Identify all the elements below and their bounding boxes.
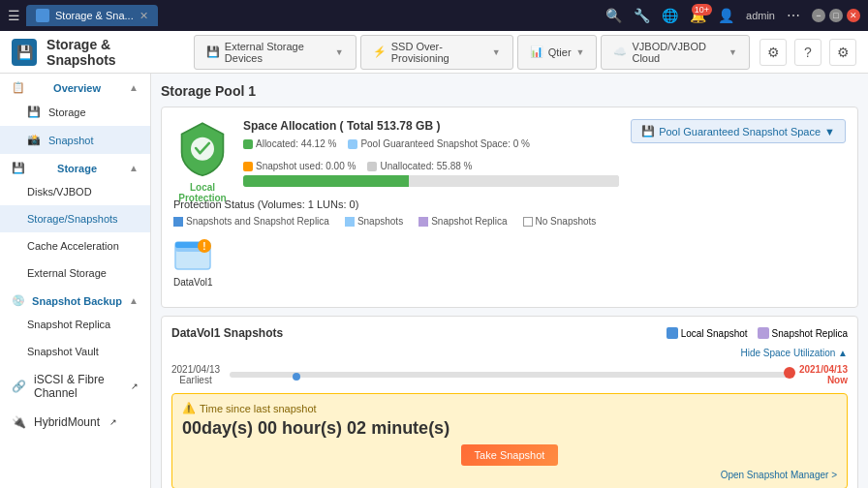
network-button[interactable]: 🌐 — [662, 8, 678, 23]
title-bar-left: ☰ Storage & Sna... ✕ — [8, 5, 158, 26]
timeline-left-date: 2021/04/13 — [171, 364, 220, 375]
storage-sub-icon: 💾 — [27, 106, 41, 118]
notification-badge: 10+ — [692, 4, 712, 15]
search-button[interactable]: 🔍 — [605, 8, 622, 23]
admin-menu[interactable]: admin — [746, 10, 775, 21]
take-snapshot-button[interactable]: Take Snapshot — [461, 444, 559, 466]
ssd-icon: ⚡ — [373, 46, 387, 58]
close-button[interactable]: ✕ — [847, 9, 860, 22]
legend-unallocated: Unallocated: 55.88 % — [367, 161, 472, 171]
snapshot-sub-label: Snapshot — [48, 135, 93, 146]
svg-text:!: ! — [203, 241, 206, 252]
app-tab[interactable]: Storage & Sna... ✕ — [26, 5, 158, 26]
more-menu-button[interactable]: ⋯ — [787, 8, 800, 23]
snapshot-replica-legend-label: Snapshot Replica — [772, 328, 848, 339]
snapshot-replica-label: Snapshot Replica — [27, 319, 110, 330]
storage-section-label: Storage — [57, 163, 97, 174]
timeline-right-date: 2021/04/13 — [799, 364, 848, 375]
open-manager-text: Open Snapshot Manager > — [721, 470, 837, 480]
tooltip-box: ⚠️ Time since last snapshot 00day(s) 00 … — [171, 393, 848, 488]
sidebar-item-cache[interactable]: Cache Acceleration — [0, 232, 150, 259]
legend-row: Allocated: 44.12 % Pool Guaranteed Snaps… — [243, 138, 619, 171]
minimize-button[interactable]: − — [812, 9, 825, 22]
sidebar-item-hybridmount[interactable]: 🔌 HybridMount ↗ — [0, 408, 150, 437]
external-storage-tab[interactable]: 💾 External Storage Devices ▼ — [194, 35, 356, 70]
qtier-tab[interactable]: 📊 Qtier ▼ — [517, 35, 598, 70]
sidebar-item-disks[interactable]: Disks/VJBOD — [0, 178, 150, 205]
warning-icon: ⚠️ — [182, 402, 196, 414]
sidebar-item-snapshot-sub[interactable]: 📸 Snapshot — [0, 126, 150, 154]
timeline: 2021/04/13 Earliest 2021/04/13 Now — [171, 364, 848, 385]
window-controls: − □ ✕ — [812, 9, 860, 22]
pool-guaranteed-btn[interactable]: 💾 Pool Guaranteed Snapshot Space ▼ — [631, 119, 846, 143]
overview-collapse-arrow: ▲ — [129, 82, 139, 93]
sidebar-item-storage-snapshots[interactable]: Storage/Snapshots — [0, 205, 150, 232]
sidebar-section-overview[interactable]: 📋 Overview ▲ — [0, 74, 150, 98]
snapshot-used-dot — [243, 162, 253, 171]
vjbod-label: VJBOD/VJBOD Cloud — [632, 41, 724, 64]
hamburger-button[interactable]: ☰ — [8, 8, 20, 23]
vol-item-datavol1[interactable]: ! DataVol1 — [173, 234, 213, 288]
settings2-button[interactable]: ⚙ — [760, 39, 787, 66]
pool-header: Local Protection Space Allocation ( Tota… — [173, 119, 846, 191]
volume-legend: Snapshots and Snapshot Replica Snapshots… — [173, 216, 846, 227]
vjbod-tab[interactable]: ☁️ VJBOD/VJBOD Cloud ▼ — [601, 35, 750, 70]
space-info: Space Allocation ( Total 513.78 GB ) All… — [243, 119, 619, 191]
header-tabs: 💾 External Storage Devices ▼ ⚡ SSD Over-… — [194, 35, 750, 70]
open-snapshot-manager-link[interactable]: Open Snapshot Manager > — [182, 470, 837, 480]
user-icon[interactable]: 👤 — [718, 8, 734, 23]
unallocated-dot — [367, 162, 377, 171]
external-storage-arrow: ▼ — [335, 47, 344, 57]
snapshot-replica-dot — [758, 327, 769, 339]
vol-none-label: No Snapshots — [536, 216, 597, 227]
notification-bell[interactable]: 🔔 10+ — [690, 8, 706, 23]
pool-card: Local Protection Space Allocation ( Tota… — [161, 107, 858, 308]
sidebar-section-snapshot-backup[interactable]: 💿 Snapshot Backup ▲ — [0, 287, 150, 311]
tab-icon — [36, 9, 49, 22]
space-title: Space Allocation ( Total 513.78 GB ) — [243, 119, 619, 133]
content-area: Storage Pool 1 Local Protection Space Al… — [151, 74, 868, 488]
maximize-button[interactable]: □ — [829, 9, 843, 22]
time-day: 00 — [182, 418, 202, 438]
sidebar-item-iscsi[interactable]: 🔗 iSCSI & Fibre Channel ↗ — [0, 365, 150, 408]
tools-button[interactable]: 🔧 — [634, 8, 650, 23]
vol-snap-indicator — [345, 217, 355, 227]
pool-btn-arrow: ▼ — [824, 126, 835, 137]
time-display: 00day(s) 00 hour(s) 02 minute(s) — [182, 418, 837, 439]
sidebar-item-snapshot-replica[interactable]: Snapshot Replica — [0, 311, 150, 338]
sidebar-item-snapshot-vault[interactable]: Snapshot Vault — [0, 338, 150, 365]
overview-icon: 📋 — [12, 81, 25, 94]
tab-close-button[interactable]: ✕ — [140, 10, 148, 22]
tooltip-warning-text: Time since last snapshot — [200, 403, 317, 414]
allocated-dot — [243, 139, 253, 149]
legend-vol-replica: Snapshot Replica — [418, 216, 507, 227]
legend-vol-both: Snapshots and Snapshot Replica — [173, 216, 329, 227]
sidebar-section-storage[interactable]: 💾 Storage ▲ — [0, 154, 150, 178]
app-title: Storage & Snapshots — [46, 37, 174, 68]
legend-snapshot-used: Snapshot used: 0.00 % — [243, 161, 356, 171]
settings-button[interactable]: ⚙ — [829, 39, 856, 66]
vol-replica-label: Snapshot Replica — [431, 216, 507, 227]
hide-space-btn[interactable]: Hide Space Utilization ▲ — [171, 348, 848, 358]
qtier-icon: 📊 — [530, 46, 543, 58]
external-storage-icon: 💾 — [206, 46, 220, 58]
snapshots-header: DataVol1 Snapshots Local Snapshot Snapsh… — [171, 326, 848, 340]
legend-vol-snapshots: Snapshots — [345, 216, 403, 227]
pool-btn-icon: 💾 — [641, 125, 655, 137]
timeline-bar — [230, 372, 790, 378]
storage-section-arrow: ▲ — [129, 163, 139, 173]
iscsi-icon: 🔗 — [12, 380, 26, 393]
vol-replica-indicator — [418, 217, 428, 227]
sidebar-item-external[interactable]: External Storage — [0, 259, 150, 287]
iscsi-label: iSCSI & Fibre Channel — [34, 373, 121, 400]
overview-label: Overview — [53, 82, 101, 94]
ssd-tab[interactable]: ⚡ SSD Over-Provisioning ▼ — [360, 35, 513, 70]
external-storage-label: External Storage Devices — [225, 41, 330, 64]
qtier-arrow: ▼ — [576, 47, 585, 57]
hide-space-label: Hide Space Utilization — [740, 348, 835, 358]
help-button[interactable]: ? — [794, 39, 822, 66]
progress-unallocated — [409, 175, 619, 187]
iscsi-external-icon: ↗ — [131, 381, 139, 391]
time-minute: 02 — [347, 418, 366, 438]
sidebar-item-storage-sub[interactable]: 💾 Storage — [0, 98, 150, 126]
